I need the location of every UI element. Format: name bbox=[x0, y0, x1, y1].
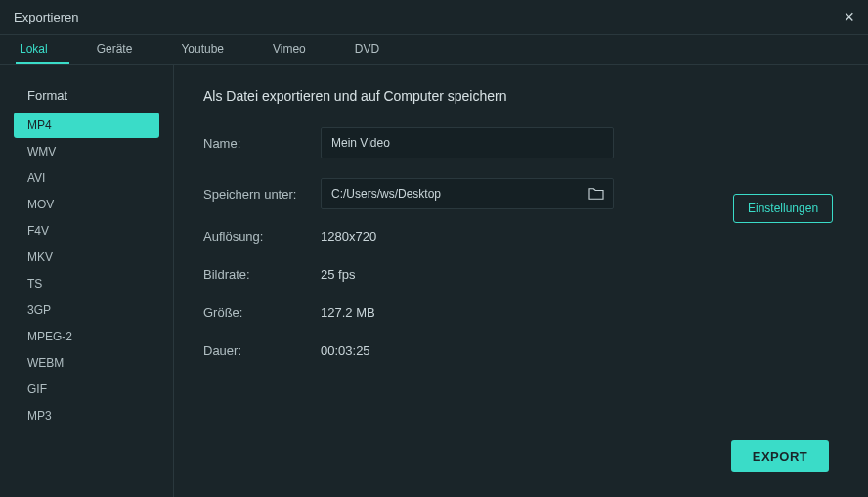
fps-label: Bildrate: bbox=[203, 267, 321, 282]
sidebar-title: Format bbox=[27, 88, 159, 103]
duration-label: Dauer: bbox=[203, 343, 321, 358]
path-label: Speichern unter: bbox=[203, 187, 321, 202]
format-item-mov[interactable]: MOV bbox=[14, 192, 159, 217]
duration-value: 00:03:25 bbox=[321, 343, 370, 358]
settings-button[interactable]: Einstellungen bbox=[733, 194, 833, 223]
path-value: C:/Users/ws/Desktop bbox=[331, 187, 587, 201]
size-value: 127.2 MB bbox=[321, 305, 375, 320]
window-title: Exportieren bbox=[14, 10, 78, 24]
tab-geraete[interactable]: Geräte bbox=[93, 36, 154, 64]
name-input[interactable] bbox=[321, 127, 614, 158]
format-item-ts[interactable]: TS bbox=[14, 271, 159, 296]
format-item-mpeg2[interactable]: MPEG-2 bbox=[14, 324, 159, 349]
tab-youtube[interactable]: Youtube bbox=[177, 36, 245, 64]
path-input[interactable]: C:/Users/ws/Desktop bbox=[321, 178, 614, 209]
size-label: Größe: bbox=[203, 305, 321, 320]
main-panel: Als Datei exportieren und auf Computer s… bbox=[174, 65, 868, 497]
tab-dvd[interactable]: DVD bbox=[351, 36, 401, 64]
content: Format MP4 WMV AVI MOV F4V MKV TS 3GP MP… bbox=[0, 65, 868, 497]
format-item-mkv[interactable]: MKV bbox=[14, 245, 159, 270]
format-item-mp3[interactable]: MP3 bbox=[14, 403, 159, 429]
row-size: Größe: 127.2 MB bbox=[203, 305, 839, 320]
fps-value: 25 fps bbox=[321, 267, 355, 282]
titlebar: Exportieren × bbox=[0, 0, 868, 35]
format-item-gif[interactable]: GIF bbox=[14, 377, 159, 402]
format-item-3gp[interactable]: 3GP bbox=[14, 297, 159, 323]
row-resolution: Auflösung: 1280x720 bbox=[203, 229, 839, 244]
format-item-f4v[interactable]: F4V bbox=[14, 218, 159, 244]
resolution-value: 1280x720 bbox=[321, 229, 376, 244]
format-item-mp4[interactable]: MP4 bbox=[14, 113, 159, 138]
sidebar: Format MP4 WMV AVI MOV F4V MKV TS 3GP MP… bbox=[0, 65, 174, 497]
tab-lokal[interactable]: Lokal bbox=[16, 36, 69, 64]
row-duration: Dauer: 00:03:25 bbox=[203, 343, 839, 358]
row-name: Name: bbox=[203, 127, 839, 158]
close-icon[interactable]: × bbox=[844, 7, 854, 27]
main-heading: Als Datei exportieren und auf Computer s… bbox=[203, 88, 839, 104]
format-item-avi[interactable]: AVI bbox=[14, 165, 159, 191]
tabbar: Lokal Geräte Youtube Vimeo DVD bbox=[0, 35, 868, 65]
folder-icon[interactable] bbox=[587, 187, 605, 201]
format-item-webm[interactable]: WEBM bbox=[14, 350, 159, 376]
tab-vimeo[interactable]: Vimeo bbox=[269, 36, 327, 64]
format-item-wmv[interactable]: WMV bbox=[14, 139, 159, 164]
name-label: Name: bbox=[203, 136, 321, 151]
export-button[interactable]: EXPORT bbox=[731, 440, 829, 472]
row-fps: Bildrate: 25 fps bbox=[203, 267, 839, 282]
resolution-label: Auflösung: bbox=[203, 229, 321, 244]
